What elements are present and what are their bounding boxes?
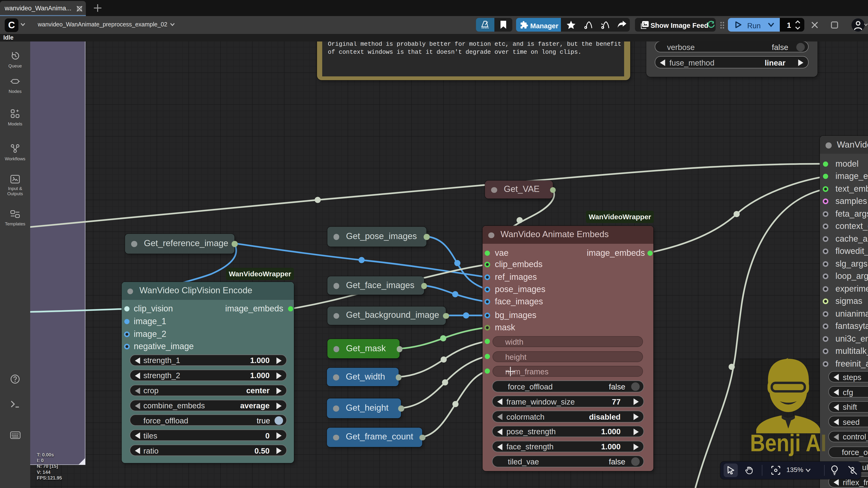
svg-text:Benji AI: Benji AI: [750, 429, 827, 456]
